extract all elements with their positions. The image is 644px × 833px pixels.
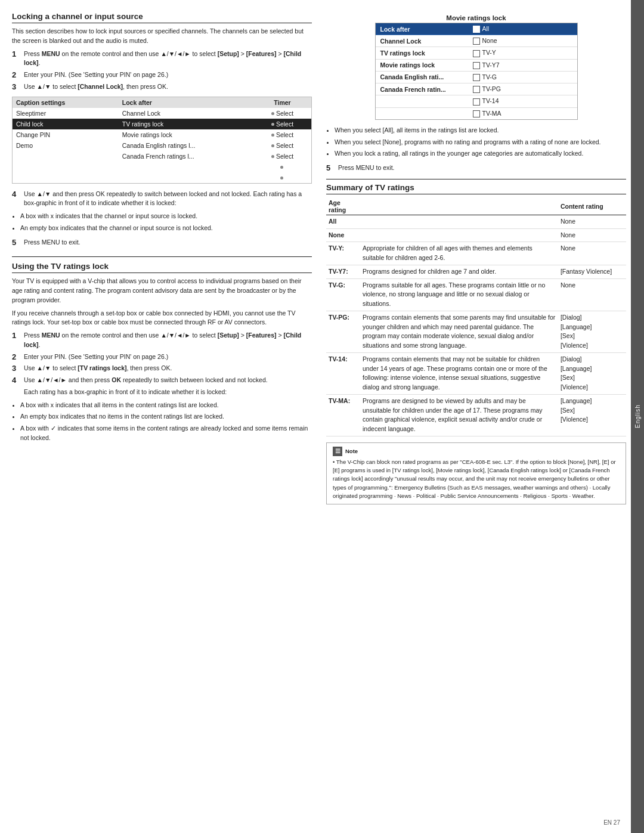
summary-row-tvma: TV-MA: Programs are designed to be viewe…	[326, 394, 626, 436]
menu-row-1: Sleeptimer Channel Lock Select	[13, 108, 311, 119]
menu-row-5: Canada French ratings l... Select	[13, 151, 311, 162]
tv-menu-value-8: TV-MA	[468, 108, 577, 119]
section2-title: Using the TV ratings lock	[12, 262, 312, 273]
summary-desc-tvg: Programs suitable for all ages. These pr…	[360, 278, 558, 311]
menu-mid-4: Canada English ratings l...	[119, 140, 253, 151]
left-column: Locking a channel or input source This s…	[12, 12, 312, 821]
summary-content-all: None	[558, 215, 626, 228]
summary-content-tvy7: [Fantasy Violence]	[558, 265, 626, 278]
menu-row-4: Demo Canada English ratings l... Select	[13, 140, 311, 151]
note-text: • The V-Chip can block non rated program…	[333, 459, 616, 499]
step-4-num: 4	[12, 190, 20, 199]
summary-desc-tvma: Programs are designed to be viewed by ad…	[360, 394, 558, 436]
step-5-num: 5	[12, 238, 20, 247]
right-step5-num: 5	[326, 163, 335, 172]
tv-menu-label-4: Movie ratings lock	[376, 60, 468, 72]
right-bullet-3: When you lock a rating, all ratings in t…	[335, 149, 626, 159]
step-1-num: 1	[12, 49, 20, 58]
section2-intro2: If you receive channels through a set-to…	[12, 309, 312, 328]
section1-bullets: A box with x indicates that the channel …	[20, 212, 312, 233]
summary-content-none: None	[558, 228, 626, 242]
menu-mid-5: Canada French ratings l...	[119, 151, 253, 162]
menu-right-3: Select	[253, 129, 311, 140]
tv-menu-label-6: Canada French ratin...	[376, 83, 468, 95]
summary-desc-tv14: Programs contain elements that may not b…	[360, 352, 558, 394]
movie-ratings-title: Movie ratings lock	[326, 12, 626, 23]
s2-step-3-num: 3	[12, 364, 20, 373]
menu-header-timer: Timer	[253, 97, 311, 108]
summary-desc-tvpg: Programs contain elements that some pare…	[360, 311, 558, 352]
tv-menu-row-1: Lock after All	[376, 23, 577, 35]
s2-step-1: 1 Press MENU on the remote control and t…	[12, 331, 312, 350]
step-2: 2 Enter your PIN. (See 'Setting your PIN…	[12, 70, 312, 80]
summary-desc-tvy7: Programs designed for children age 7 and…	[360, 265, 558, 278]
summary-desc-all	[360, 215, 558, 228]
step-1-text: Press MENU on the remote control and the…	[24, 49, 312, 69]
s2-step-3-text: Use ▲/▼ to select [TV ratings lock], the…	[24, 364, 172, 373]
step-2-num: 2	[12, 70, 20, 79]
tv-menu-row-3: TV ratings lock TV-Y	[376, 47, 577, 59]
s2-bullet-1: A box with x indicates that all items in…	[20, 401, 312, 410]
menu-mid-3: Movie ratings lock	[119, 129, 253, 140]
menu-mid-2: TV ratings lock	[119, 119, 253, 129]
menu-right-2: Select	[253, 119, 311, 129]
summary-desc-none	[360, 228, 558, 242]
tv-menu-value-1: All	[468, 23, 577, 35]
summary-desc-tvy: Appropriate for children of all ages wit…	[360, 242, 558, 265]
tv-menu-value-5: TV-G	[468, 72, 577, 83]
menu-left-4: Demo	[13, 140, 119, 151]
menu-row-3: Change PIN Movie ratings lock Select	[13, 129, 311, 140]
section2-intro1: Your TV is equipped with a V-chip that a…	[12, 277, 312, 305]
menu-table: Caption settings Lock after Timer Sleept…	[12, 97, 312, 184]
menu-header-caption: Caption settings	[13, 97, 119, 108]
summary-col-age: Age rating	[326, 198, 360, 215]
menu-left-5	[13, 151, 119, 162]
menu-left-2: Child lock	[13, 119, 119, 129]
step-3-num: 3	[12, 82, 20, 91]
step-1: 1 Press MENU on the remote control and t…	[12, 49, 312, 69]
summary-content-tvma: [Language][Sex][Violence]	[558, 394, 626, 436]
bullet-1: A box with x indicates that the channel …	[20, 212, 312, 221]
tv-menu-value-6: TV-PG	[468, 83, 577, 95]
tv-menu-value-7: TV-14	[468, 95, 577, 107]
note-header: ☰ Note	[333, 447, 620, 456]
right-bullets: When you select [All], all items in the …	[335, 126, 626, 159]
page: English Locking a channel or input sourc…	[0, 0, 644, 833]
summary-col-desc	[360, 198, 558, 215]
menu-right-7	[253, 172, 311, 183]
s2-bullet-3: A box with ✓ indicates that some items i…	[20, 424, 312, 443]
menu-header-lockafter: Lock after	[119, 97, 253, 108]
s2-step-3: 3 Use ▲/▼ to select [TV ratings lock], t…	[12, 364, 312, 373]
section1-title: Locking a channel or input source	[12, 12, 312, 23]
s2-step-2: 2 Enter your PIN. (See 'Setting your PIN…	[12, 352, 312, 362]
s2-step-2-text: Enter your PIN. (See 'Setting your PIN' …	[24, 352, 168, 362]
summary-row-tv14: TV-14: Programs contain elements that ma…	[326, 352, 626, 394]
s2-step-2-num: 2	[12, 352, 20, 361]
tv-menu-row-8: TV-MA	[376, 108, 577, 119]
menu-right-5: Select	[253, 151, 311, 162]
tv-menu-label-3: TV ratings lock	[376, 47, 468, 59]
step-2-text: Enter your PIN. (See 'Setting your PIN' …	[24, 70, 168, 80]
summary-row-tvpg: TV-PG: Programs contain elements that so…	[326, 311, 626, 352]
step-4: 4 Use ▲/▼ and then press OK repeatedly t…	[12, 190, 312, 209]
summary-age-tvy: TV-Y:	[326, 242, 360, 265]
summary-header-row: Age rating Content rating	[326, 198, 626, 215]
summary-tbody: All None None None TV-Y: Appropriate for…	[326, 215, 626, 436]
summary-age-none: None	[326, 228, 360, 242]
step-4-text: Use ▲/▼ and then press OK repeatedly to …	[24, 190, 312, 209]
bullet-2: An empty box indicates that the channel …	[20, 224, 312, 233]
step-5-text: Press MENU to exit.	[24, 238, 80, 247]
summary-row-all: All None	[326, 215, 626, 228]
note-label: Note	[345, 447, 358, 456]
summary-row-tvy7: TV-Y7: Programs designed for children ag…	[326, 265, 626, 278]
summary-age-tvg: TV-G:	[326, 278, 360, 311]
menu-mid-1: Channel Lock	[119, 108, 253, 119]
menu-header-row: Caption settings Lock after Timer	[13, 97, 311, 108]
summary-age-tvpg: TV-PG:	[326, 311, 360, 352]
tv-menu-row-6: Canada French ratin... TV-PG	[376, 83, 577, 95]
tv-menu-row-5: Canada English rati... TV-G	[376, 72, 577, 83]
tv-menu-value-3: TV-Y	[468, 47, 577, 59]
menu-row-7	[13, 172, 311, 183]
tv-ratings-menu: Lock after All Channel Lock None TV rati…	[375, 23, 578, 120]
s2-bullet-2: An empty box indicates that no items in …	[20, 412, 312, 422]
